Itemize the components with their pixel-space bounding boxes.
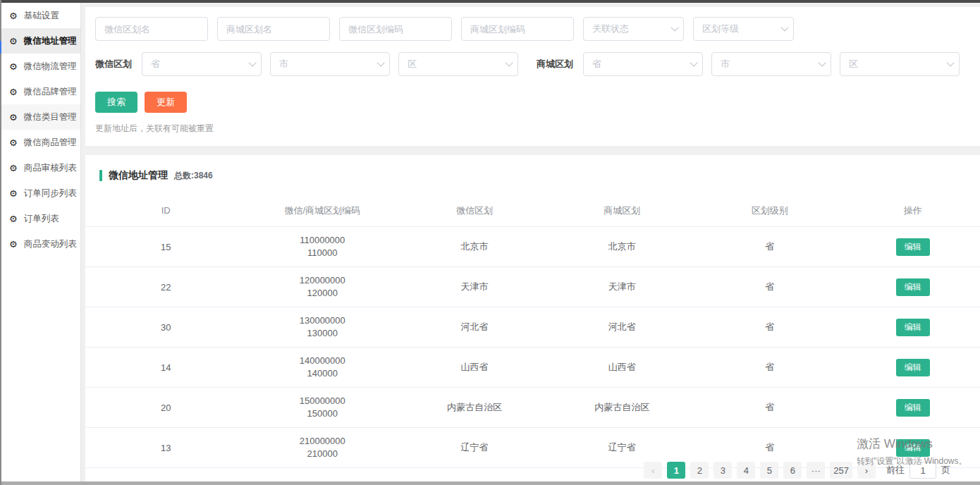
table-row: 14 140000000 140000 山西省 山西省 省 编辑 [85, 348, 980, 388]
gear-icon: ⚙ [9, 62, 18, 71]
app-root: ⚙ 基础设置 ⚙ 微信地址管理 ⚙ 微信物流管理 ⚙ 微信品牌管理 ⚙ 微信类目… [0, 0, 980, 485]
wx-city-select[interactable]: 市 [270, 52, 390, 76]
sidebar-item-label: 订单同步列表 [24, 188, 77, 199]
cell-wx-region: 山西省 [398, 361, 551, 374]
page-buttons: 123456 [667, 462, 802, 479]
cell-id: 14 [85, 362, 246, 373]
sidebar-item[interactable]: ⚙ 商品审核列表 [0, 155, 80, 180]
wx-code: 120000000 [246, 274, 398, 287]
header-codes: 微信/商城区划编码 [246, 204, 398, 217]
cell-codes: 140000000 140000 [246, 355, 398, 380]
mall-region-code-input[interactable] [461, 17, 574, 41]
wx-province-select[interactable]: 省 [142, 52, 262, 76]
edit-button[interactable]: 编辑 [896, 359, 930, 376]
main-content: 关联状态 区划等级 微信区划 省 市 区 [81, 3, 980, 485]
link-status-select[interactable]: 关联状态 [583, 17, 684, 41]
sidebar-item-label: 微信商品管理 [24, 137, 77, 149]
page-button[interactable]: 1 [667, 462, 685, 479]
edit-button[interactable]: 编辑 [896, 439, 930, 457]
cell-codes: 130000000 130000 [246, 314, 398, 340]
sidebar-item-label: 基础设置 [24, 10, 59, 22]
sidebar-item[interactable]: ⚙ 订单列表 [0, 206, 80, 231]
chevron-down-icon [376, 59, 384, 66]
filter-panel: 关联状态 区划等级 微信区划 省 市 区 [85, 7, 980, 146]
page-button[interactable]: 5 [760, 462, 778, 479]
mall-city-select[interactable]: 市 [711, 52, 831, 76]
cell-level: 省 [694, 240, 846, 253]
sidebar-item[interactable]: ⚙ 微信地址管理 [0, 28, 80, 54]
wx-code: 130000000 [246, 314, 398, 327]
edit-button[interactable]: 编辑 [896, 238, 930, 256]
chevron-down-icon [946, 59, 954, 66]
table-row: 30 130000000 130000 河北省 河北省 省 编辑 [85, 307, 980, 348]
sidebar-item[interactable]: ⚙ 微信物流管理 [0, 54, 80, 79]
gear-icon: ⚙ [9, 164, 18, 173]
filter-row-1: 关联状态 区划等级 [95, 17, 972, 41]
table-row: 20 150000000 150000 内蒙古自治区 内蒙古自治区 省 编辑 [85, 388, 980, 428]
sidebar-item[interactable]: ⚙ 微信商品管理 [0, 130, 80, 155]
cell-level: 省 [694, 401, 846, 414]
sidebar-item-label: 微信类目管理 [24, 111, 77, 123]
page-button[interactable]: 4 [737, 462, 755, 479]
filter-row-2: 微信区划 省 市 区 商城区划 省 [95, 52, 972, 76]
edit-button[interactable]: 编辑 [896, 319, 930, 336]
cell-wx-region: 辽宁省 [398, 441, 551, 454]
chevron-down-icon [690, 59, 697, 66]
update-button[interactable]: 更新 [145, 92, 187, 113]
ellipsis-pages[interactable]: ··· [807, 462, 825, 479]
wx-district-select[interactable]: 区 [398, 52, 518, 76]
sidebar-item[interactable]: ⚙ 订单同步列表 [0, 180, 80, 206]
page-button[interactable]: 2 [690, 462, 709, 479]
horizontal-scrollbar[interactable] [0, 481, 980, 485]
cell-level: 省 [694, 361, 846, 374]
cell-wx-region: 北京市 [398, 240, 551, 253]
mall-district-select[interactable]: 区 [840, 52, 960, 76]
cell-id: 30 [85, 322, 246, 333]
page-button[interactable]: 3 [713, 462, 732, 479]
sidebar-item-label: 商品变动列表 [24, 238, 77, 250]
wx-region-code-input[interactable] [339, 17, 452, 41]
sidebar-item[interactable]: ⚙ 商品变动列表 [0, 231, 80, 257]
wx-region-name-input[interactable] [95, 17, 208, 41]
gear-icon: ⚙ [9, 214, 18, 223]
table-title-row: 微信地址管理 总数:3846 [99, 169, 980, 182]
region-grade-select[interactable]: 区划等级 [693, 17, 794, 41]
sidebar-item[interactable]: ⚙ 微信类目管理 [0, 104, 80, 130]
cell-wx-region: 河北省 [398, 321, 551, 333]
mall-region-name-input[interactable] [217, 17, 330, 41]
next-page-button[interactable]: › [857, 462, 876, 479]
wx-district-placeholder: 区 [408, 58, 417, 70]
gear-icon: ⚙ [9, 87, 18, 97]
mall-code: 120000 [246, 287, 398, 300]
sidebar-item-label: 商品审核列表 [24, 162, 77, 174]
sidebar-item-label: 订单列表 [24, 213, 59, 225]
goto-page-input[interactable] [909, 462, 936, 479]
mall-district-placeholder: 区 [849, 58, 858, 70]
last-page-button[interactable]: 257 [830, 462, 852, 479]
search-button[interactable]: 搜索 [95, 92, 137, 113]
cell-wx-region: 天津市 [398, 281, 551, 293]
sidebar-item-label: 微信品牌管理 [24, 86, 77, 98]
mall-code: 140000 [246, 367, 398, 380]
sidebar-item[interactable]: ⚙ 微信品牌管理 [0, 79, 80, 104]
cell-mall-region: 河北省 [551, 321, 694, 333]
prev-page-button[interactable]: ‹ [644, 462, 662, 479]
wx-code: 150000000 [246, 395, 398, 407]
table-header-row: ID 微信/商城区划编码 微信区划 商城区划 区划级别 操作 [85, 195, 980, 227]
table-row: 15 110000000 110000 北京市 北京市 省 编辑 [85, 227, 980, 267]
table-total-count: 总数:3846 [174, 170, 213, 182]
wx-province-placeholder: 省 [151, 58, 160, 70]
edit-button[interactable]: 编辑 [896, 399, 930, 417]
mall-province-placeholder: 省 [592, 58, 601, 70]
edit-button[interactable]: 编辑 [896, 278, 930, 296]
table-title: 微信地址管理 [109, 169, 168, 182]
sidebar-item[interactable]: ⚙ 基础设置 [0, 3, 80, 28]
header-mall-region: 商城区划 [551, 204, 694, 217]
cell-mall-region: 山西省 [551, 361, 694, 374]
page-button[interactable]: 6 [783, 462, 802, 479]
cell-level: 省 [694, 281, 846, 293]
window-top-edge [0, 0, 980, 3]
cell-id: 13 [85, 443, 246, 453]
gear-icon: ⚙ [9, 11, 18, 20]
mall-province-select[interactable]: 省 [583, 52, 703, 76]
